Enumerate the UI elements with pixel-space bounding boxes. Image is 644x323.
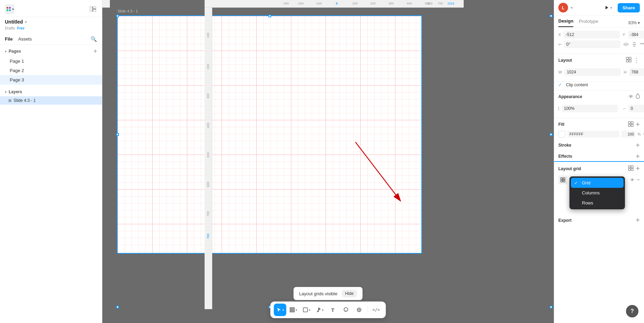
handle-ml[interactable] bbox=[116, 133, 119, 136]
wh-row: W H bbox=[558, 68, 640, 76]
svg-rect-38 bbox=[563, 180, 565, 182]
flip-h-icon[interactable] bbox=[623, 41, 629, 48]
grid-visibility-icon[interactable]: 👁 bbox=[630, 177, 635, 183]
help-button[interactable]: ? bbox=[626, 305, 638, 317]
rect-tool-button[interactable]: ▾ bbox=[300, 304, 313, 316]
code-tool-button[interactable]: </> bbox=[370, 304, 383, 316]
layout-label: Layout bbox=[558, 58, 626, 63]
grid-type-button[interactable] bbox=[558, 175, 567, 184]
fill-add-icon[interactable]: + bbox=[636, 121, 640, 128]
ruler-tick-zero: 0 bbox=[336, 2, 337, 5]
ruler-tick: 200 bbox=[370, 2, 376, 5]
flip-v-icon[interactable] bbox=[632, 41, 637, 48]
handle-tr[interactable] bbox=[550, 15, 552, 17]
layout-grid-add-icon[interactable]: + bbox=[636, 165, 640, 173]
export-add-icon[interactable]: + bbox=[636, 216, 640, 224]
svg-rect-24 bbox=[629, 57, 631, 59]
layout-grid-icons: + bbox=[628, 165, 640, 173]
app-icon[interactable]: ▾ bbox=[5, 4, 15, 14]
page-item[interactable]: Page 1 bbox=[0, 56, 102, 66]
dropdown-item-rows[interactable]: ✓ Rows bbox=[571, 198, 624, 208]
drop-icon[interactable] bbox=[636, 93, 640, 100]
rotation-input[interactable] bbox=[564, 41, 620, 48]
hex-input[interactable] bbox=[567, 131, 619, 138]
hide-button[interactable]: Hide bbox=[342, 290, 357, 297]
add-page-button[interactable]: + bbox=[93, 48, 97, 54]
layers-section: ▾ Layers ⊞ Slide 4:3 - 1 bbox=[0, 86, 102, 105]
handle-br[interactable] bbox=[550, 306, 552, 308]
left-panel: ▾ Untitled ▾ Drafts Free File Assets � bbox=[0, 0, 102, 323]
h-input[interactable] bbox=[629, 68, 644, 76]
layout-grid-icon[interactable] bbox=[626, 57, 632, 63]
pen-tool-button[interactable]: ▾ bbox=[314, 304, 326, 316]
layout-add-icon[interactable]: ⋮ bbox=[634, 57, 640, 63]
right-panel: L ▾ ▾ Share Design Prototype 83% ▾ X bbox=[554, 0, 644, 323]
clip-content-label[interactable]: Clip content bbox=[566, 82, 588, 87]
comment-tool-button[interactable] bbox=[340, 304, 352, 316]
user-avatar[interactable]: L bbox=[558, 3, 568, 12]
y-input[interactable] bbox=[628, 31, 644, 38]
opacity-input[interactable] bbox=[562, 105, 618, 112]
color-swatch[interactable] bbox=[558, 131, 565, 138]
handle-tm[interactable] bbox=[268, 15, 271, 17]
position-section: X Y ↩ bbox=[554, 27, 644, 54]
pages-section-header[interactable]: ▾ Pages + bbox=[0, 45, 102, 56]
text-tool-button[interactable]: T bbox=[327, 304, 339, 316]
svg-rect-29 bbox=[628, 124, 630, 126]
opacity-checkbox[interactable] bbox=[558, 106, 559, 111]
page-item-active[interactable]: Page 3 bbox=[0, 75, 102, 85]
component-tool-button[interactable] bbox=[353, 304, 366, 316]
tab-design[interactable]: Design bbox=[558, 18, 573, 27]
layer-item-label: Slide 4:3 - 1 bbox=[14, 98, 36, 103]
dropdown-item-grid[interactable]: ✓ Grid bbox=[571, 178, 624, 188]
share-button[interactable]: Share bbox=[618, 3, 640, 12]
svg-rect-5 bbox=[93, 7, 96, 9]
toolbar-divider bbox=[368, 306, 368, 313]
tab-prototype[interactable]: Prototype bbox=[579, 19, 598, 27]
layers-section-header[interactable]: ▾ Layers bbox=[0, 86, 102, 96]
layout-toggle-icon[interactable] bbox=[89, 5, 97, 13]
svg-rect-0 bbox=[7, 7, 8, 9]
search-icon[interactable]: 🔍 bbox=[91, 36, 97, 42]
canvas-frame[interactable] bbox=[117, 15, 422, 254]
stroke-add-icon[interactable]: + bbox=[636, 142, 640, 149]
page-item[interactable]: Page 2 bbox=[0, 66, 102, 75]
layer-item[interactable]: ⊞ Slide 4:3 - 1 bbox=[0, 96, 102, 105]
tab-file[interactable]: File bbox=[5, 36, 12, 42]
select-tool-button[interactable]: ▾ bbox=[274, 304, 286, 316]
frame-tool-button[interactable]: ▾ bbox=[287, 304, 300, 316]
effects-add-icon[interactable]: + bbox=[636, 153, 640, 160]
handle-mr[interactable] bbox=[550, 133, 552, 136]
left-ruler: 100 200 300 400 500 600 700 768 bbox=[205, 8, 212, 309]
fill-grid-icon[interactable] bbox=[628, 121, 634, 128]
corner-radius-input[interactable] bbox=[628, 105, 644, 112]
dropdown-item-columns[interactable]: ✓ Columns bbox=[571, 188, 624, 198]
svg-rect-25 bbox=[626, 60, 628, 62]
right-top-bar: L ▾ ▾ Share bbox=[554, 0, 644, 16]
layout-section-header: Layout ⋮ bbox=[554, 54, 644, 65]
eye-icon[interactable]: 👁 bbox=[628, 94, 634, 99]
grid-option-label: Grid bbox=[582, 180, 591, 185]
zoom-display[interactable]: 83% ▾ bbox=[628, 20, 640, 25]
w-label: W bbox=[558, 70, 562, 74]
play-button[interactable]: ▾ bbox=[602, 4, 615, 11]
ruler-tick: 400 bbox=[407, 2, 412, 5]
svg-rect-1 bbox=[9, 7, 11, 9]
more-icon[interactable] bbox=[640, 41, 644, 48]
avatar-dropdown-icon[interactable]: ▾ bbox=[571, 6, 573, 10]
fill-opacity-input[interactable] bbox=[621, 131, 635, 138]
canvas-wrapper: -300 -200 -100 0 100 200 300 400 500 600… bbox=[102, 0, 554, 323]
pct-label: % bbox=[637, 132, 641, 136]
grid-remove-icon[interactable]: − bbox=[637, 177, 640, 183]
fill-section-header: Fill + bbox=[554, 118, 644, 129]
w-input[interactable] bbox=[565, 68, 621, 76]
svg-rect-28 bbox=[631, 122, 633, 124]
layout-grid-grid-icon[interactable] bbox=[628, 165, 634, 172]
drafts-label: Drafts bbox=[5, 26, 15, 30]
handle-bl[interactable] bbox=[116, 306, 119, 308]
title-dropdown-arrow[interactable]: ▾ bbox=[25, 20, 27, 24]
tab-assets[interactable]: Assets bbox=[18, 36, 32, 42]
x-input[interactable] bbox=[564, 31, 620, 38]
svg-rect-36 bbox=[563, 178, 565, 180]
handle-tl[interactable] bbox=[116, 15, 119, 17]
